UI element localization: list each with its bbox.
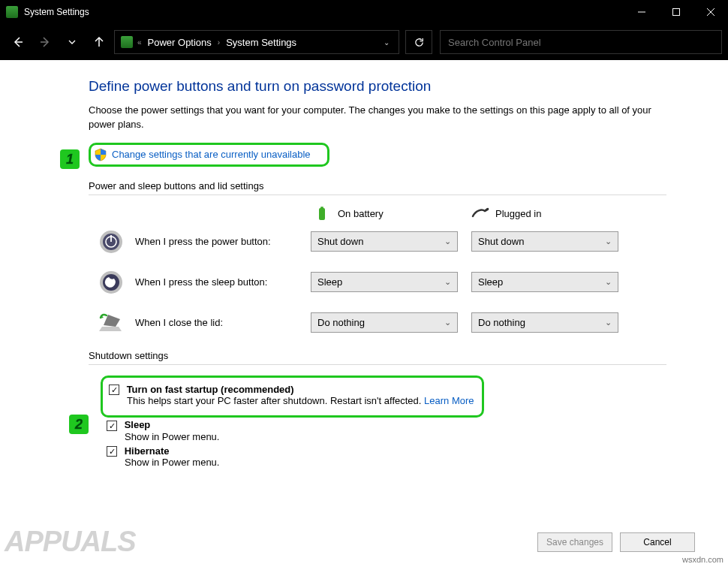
nav-back-button[interactable] xyxy=(6,30,30,54)
chevron-down-icon: ⌄ xyxy=(444,318,451,327)
power-battery-select[interactable]: Shut down⌄ xyxy=(311,231,458,252)
sleep-option-label: Sleep xyxy=(125,419,151,430)
annotation-marker-1: 1 xyxy=(60,149,80,169)
minimize-button[interactable] xyxy=(624,0,659,24)
laptop-lid-icon xyxy=(98,309,125,336)
buttons-section-title: Power and sleep buttons and lid settings xyxy=(89,180,692,192)
lid-plugged-select[interactable]: Do nothing⌄ xyxy=(471,312,618,333)
search-input[interactable] xyxy=(440,30,722,54)
hibernate-checkbox[interactable]: ✓ xyxy=(107,446,117,457)
sleep-plugged-select[interactable]: Sleep⌄ xyxy=(471,272,618,292)
search-box-wrap xyxy=(440,30,722,54)
change-settings-link[interactable]: Change settings that are currently unava… xyxy=(112,149,311,160)
refresh-button[interactable] xyxy=(405,30,432,54)
navigation-toolbar: « Power Options › System Settings ⌄ xyxy=(0,24,728,60)
page-heading: Define power buttons and turn on passwor… xyxy=(89,78,692,95)
breadcrumb-dropdown[interactable]: ⌄ xyxy=(378,38,396,47)
shield-icon xyxy=(94,148,107,161)
watermark-text: APPUALS xyxy=(5,526,136,558)
sleep-option: ✓ Sleep Show in Power menu. xyxy=(107,419,692,442)
annotation-marker-2: 2 xyxy=(69,415,89,434)
chevron-down-icon: ⌄ xyxy=(605,277,612,287)
section-divider xyxy=(89,195,666,195)
power-plugged-select[interactable]: Shut down⌄ xyxy=(471,231,618,252)
column-headers: On battery Plugged in xyxy=(314,206,692,222)
hibernate-option-label: Hibernate xyxy=(125,445,170,457)
buttons-and-lid-section: Power and sleep buttons and lid settings… xyxy=(89,180,692,336)
svg-rect-1 xyxy=(673,9,680,16)
window-title: System Settings xyxy=(24,7,624,17)
location-icon xyxy=(121,36,133,48)
on-battery-label: On battery xyxy=(338,208,384,219)
plug-icon xyxy=(471,206,488,222)
change-settings-highlight: Change settings that are currently unava… xyxy=(89,143,329,167)
hibernate-option: ✓ Hibernate Show in Power menu. xyxy=(107,445,692,469)
sleep-button-icon xyxy=(98,269,125,296)
learn-more-link[interactable]: Learn More xyxy=(424,395,474,406)
chevron-down-icon: ⌄ xyxy=(444,237,451,246)
save-changes-button[interactable]: Save changes xyxy=(537,532,612,552)
chevron-down-icon: ⌄ xyxy=(444,277,451,287)
chevron-down-icon: ⌄ xyxy=(605,318,612,327)
power-button-icon xyxy=(98,228,125,255)
sleep-battery-select[interactable]: Sleep⌄ xyxy=(311,272,458,292)
hibernate-option-desc: Show in Power menu. xyxy=(125,457,692,468)
close-button[interactable] xyxy=(693,0,728,24)
svg-rect-8 xyxy=(320,207,323,208)
fast-startup-checkbox[interactable]: ✓ xyxy=(109,385,119,395)
maximize-button[interactable] xyxy=(659,0,693,24)
power-button-label: When I press the power button: xyxy=(135,236,311,247)
source-caption: wsxdn.com xyxy=(682,555,723,564)
plugged-in-label: Plugged in xyxy=(495,208,541,219)
breadcrumb-sep-icon: « xyxy=(137,38,142,47)
page-content: Define power buttons and turn on passwor… xyxy=(0,60,728,468)
fast-startup-desc: This helps start your PC faster after sh… xyxy=(127,395,474,406)
sleep-button-row: When I press the sleep button: Sleep⌄ Sl… xyxy=(89,269,692,296)
cancel-button[interactable]: Cancel xyxy=(620,532,695,552)
lid-label: When I close the lid: xyxy=(135,317,311,328)
plugged-in-header: Plugged in xyxy=(471,206,629,222)
power-button-row: When I press the power button: Shut down… xyxy=(89,228,692,255)
address-breadcrumb[interactable]: « Power Options › System Settings ⌄ xyxy=(114,30,399,54)
page-intro: Choose the power settings that you want … xyxy=(89,104,666,132)
app-icon xyxy=(6,6,18,18)
fast-startup-label: Turn on fast startup (recommended) xyxy=(127,384,294,395)
breadcrumb-system-settings[interactable]: System Settings xyxy=(226,37,296,48)
section-divider xyxy=(89,364,666,365)
lid-row: When I close the lid: Do nothing⌄ Do not… xyxy=(89,309,692,336)
nav-up-button[interactable] xyxy=(87,30,111,54)
sleep-button-label: When I press the sleep button: xyxy=(135,276,311,288)
footer-buttons: Save changes Cancel xyxy=(537,532,695,552)
shutdown-section-title: Shutdown settings xyxy=(89,350,692,361)
window-buttons xyxy=(624,0,728,24)
shutdown-settings-section: Shutdown settings ✓ Turn on fast startup… xyxy=(89,350,692,469)
chevron-down-icon: ⌄ xyxy=(605,237,612,246)
fast-startup-option: ✓ Turn on fast startup (recommended) Thi… xyxy=(109,384,474,407)
window-titlebar: System Settings xyxy=(0,0,728,24)
lid-battery-select[interactable]: Do nothing⌄ xyxy=(311,312,458,333)
recent-locations-button[interactable] xyxy=(60,30,84,54)
battery-icon xyxy=(314,206,330,222)
fast-startup-highlight: ✓ Turn on fast startup (recommended) Thi… xyxy=(101,375,484,418)
breadcrumb-power-options[interactable]: Power Options xyxy=(148,37,212,48)
nav-forward-button[interactable] xyxy=(33,30,57,54)
on-battery-header: On battery xyxy=(314,206,471,222)
svg-rect-7 xyxy=(319,208,325,220)
sleep-checkbox[interactable]: ✓ xyxy=(107,421,117,431)
sleep-option-desc: Show in Power menu. xyxy=(125,431,692,442)
chevron-right-icon: › xyxy=(218,38,220,47)
